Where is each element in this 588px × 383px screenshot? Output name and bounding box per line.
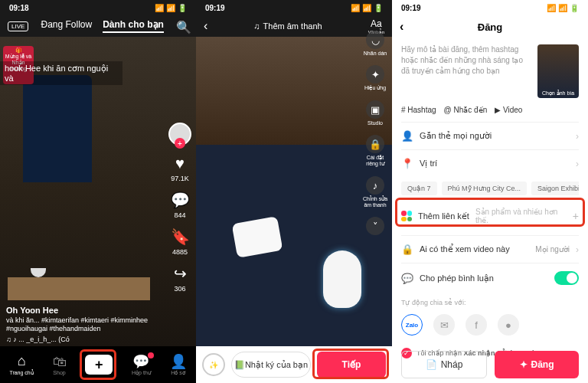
feed-header: LIVE Đang Follow Dành cho bạn 🔍 (0, 15, 196, 37)
tab-following[interactable]: Đang Follow (41, 19, 92, 33)
comments-row: 💬 Cho phép bình luận (401, 263, 579, 293)
author-avatar[interactable]: + (168, 123, 191, 146)
share-label: Tự động chia sẻ với: (401, 293, 579, 311)
location-suggestions: Quận 7 Phú Mỹ Hưng City Ce... Saigon Exh… (401, 182, 579, 195)
action-rail: + ♥97.1K 💬844 🔖4885 ↪306 (168, 123, 191, 293)
chevron-right-icon: › (576, 131, 579, 142)
tab-foryou[interactable]: Dành cho bạn (103, 19, 164, 33)
cover-thumbnail[interactable]: Chọn ảnh bìa (537, 44, 579, 98)
lock-icon: 🔒 (401, 244, 413, 255)
status-time: 09:19 (205, 4, 225, 12)
person-icon: 👤 (401, 130, 413, 142)
post-button[interactable]: ✦ Đăng (495, 351, 579, 378)
nav-inbox[interactable]: 💬Hộp thư (132, 354, 151, 376)
search-icon[interactable]: 🔍 (176, 20, 188, 32)
video-subject (23, 75, 92, 182)
share-messenger[interactable]: ✉ (433, 314, 455, 336)
tag-buttons: # Hashtag @ Nhắc đến ▶ Video (401, 106, 579, 114)
status-icons: 📶 📶 🔋 (351, 4, 383, 12)
description-input[interactable]: Hãy mô tả bài đăng, thêm hashtag hoặc nh… (401, 44, 531, 98)
status-time: 09:18 (9, 4, 29, 12)
post-screen: 09:19 📶 📶 🔋 ‹ Đăng Hãy mô tả bài đăng, t… (392, 0, 588, 383)
privacy-tool[interactable]: 🔒Cài đặt riêng tư (361, 135, 389, 167)
video-bowl (31, 268, 46, 277)
nav-home[interactable]: ⌂Trang chủ (9, 354, 33, 376)
studio-icon: ▣ (366, 100, 384, 119)
status-bar: 09:18 📶 📶 🔋 (0, 0, 196, 15)
sticker-icon: ◡ (366, 31, 384, 49)
hashtag-button[interactable]: # Hashtag (401, 106, 436, 114)
share-icon: ↪ (170, 264, 190, 283)
effect-tool[interactable]: ✦Hiệu ứng (361, 65, 389, 91)
post-actions: 📄 Nháp ✦ Đăng (401, 351, 579, 378)
add-sound-button[interactable]: ♫ Thêm âm thanh (253, 21, 322, 31)
live-badge[interactable]: LIVE (8, 21, 28, 31)
nav-profile[interactable]: 👤Hồ sơ (170, 354, 187, 376)
chevron-down-icon: ˅ (366, 217, 384, 235)
loc-chip[interactable]: Quận 7 (401, 182, 437, 195)
chevron-right-icon: › (576, 244, 579, 255)
location-row[interactable]: 📍 Vị trí › (401, 149, 579, 177)
comment-icon: 💬 (401, 273, 413, 284)
share-zalo[interactable]: Zalo (401, 314, 423, 336)
mention-button[interactable]: @ Nhắc đến (444, 106, 488, 114)
overlay-caption: hook Hee khi ăn cơm nguội và (0, 61, 122, 85)
sticker-tool[interactable]: ◡Nhãn dán (361, 31, 389, 56)
status-bar: 09:19 📶 📶 🔋 (196, 0, 392, 15)
trim-icon: ♪ (366, 176, 384, 195)
video-info: Oh Yoon Hee và khi ăn... #kimtaerifan #k… (6, 306, 158, 343)
preview-mouse (323, 250, 361, 308)
diary-button[interactable]: 📗 Nhật ký của bạn (231, 352, 311, 378)
username[interactable]: Oh Yoon Hee (6, 306, 158, 315)
like-button[interactable]: ♥97.1K (170, 153, 190, 182)
effect-icon: ✦ (366, 65, 384, 83)
loc-chip[interactable]: Phú Mỹ Hưng City Ce... (442, 182, 528, 195)
description-row: Hãy mô tả bài đăng, thêm hashtag hoặc nh… (401, 44, 579, 98)
lock-icon: 🔒 (366, 135, 384, 153)
page-title: Đăng (478, 21, 503, 33)
status-bar: 09:19 📶 📶 🔋 (392, 0, 588, 15)
trim-audio-tool[interactable]: ♪Chỉnh sửa âm thanh (361, 176, 389, 208)
share-targets: Zalo ✉ f ● (401, 311, 579, 343)
bookmark-icon: 🔖 (170, 227, 190, 247)
video-button[interactable]: ▶ Video (495, 106, 522, 114)
highlight-next (312, 349, 389, 379)
status-icons: 📶 📶 🔋 (547, 4, 579, 12)
music-marquee[interactable]: ♫ ♪ ... _e_i_h_... (Có (6, 336, 158, 343)
highlight-create (80, 349, 116, 380)
notification-badge (148, 352, 154, 358)
back-icon[interactable]: ‹ (400, 20, 403, 34)
tag-people-row[interactable]: 👤 Gắn thẻ mọi người › (401, 122, 579, 149)
highlight-link (395, 198, 585, 227)
save-button[interactable]: 🔖4885 (170, 227, 190, 256)
editor-screen: 09:19 📶 📶 🔋 ‹ ♫ Thêm âm thanh AaVănbản ◡… (196, 0, 392, 383)
location-icon: 📍 (401, 158, 413, 169)
feed-screen: 09:18 📶 📶 🔋 LIVE Đang Follow Dành cho bạ… (0, 0, 196, 383)
share-more[interactable]: ● (498, 314, 519, 336)
heart-icon: ♥ (170, 153, 190, 173)
comment-button[interactable]: 💬844 (170, 190, 190, 219)
post-header: ‹ Đăng (392, 15, 588, 38)
share-facebook[interactable]: f (466, 314, 487, 336)
studio-tool[interactable]: ▣Studio (361, 100, 389, 126)
privacy-row[interactable]: 🔒 Ai có thể xem video này Mọi người › (401, 235, 579, 263)
draft-button[interactable]: 📄 Nháp (401, 351, 487, 378)
status-time: 09:19 (401, 4, 421, 12)
loc-chip[interactable]: Saigon Exhibition and... (531, 182, 579, 195)
video-desc[interactable]: và khi ăn... #kimtaerifan #kimtaeri #kim… (6, 316, 158, 334)
comment-icon: 💬 (170, 190, 190, 210)
video-table (8, 277, 150, 300)
feed-tabs: Đang Follow Dành cho bạn (41, 19, 163, 33)
status-icons: 📶 📶 🔋 (155, 4, 187, 12)
follow-plus-icon[interactable]: + (175, 138, 185, 149)
back-icon[interactable]: ‹ (204, 19, 207, 33)
shop-icon: 🛍 (53, 354, 67, 369)
more-tools[interactable]: ˅ (361, 217, 389, 235)
profile-icon: 👤 (170, 354, 187, 369)
home-icon: ⌂ (18, 354, 26, 369)
share-button[interactable]: ↪306 (170, 264, 190, 293)
effects-button[interactable]: ✨ (202, 353, 225, 376)
chevron-right-icon: › (576, 159, 579, 169)
nav-shop[interactable]: 🛍Shop (53, 354, 67, 375)
comments-toggle[interactable] (554, 271, 579, 285)
